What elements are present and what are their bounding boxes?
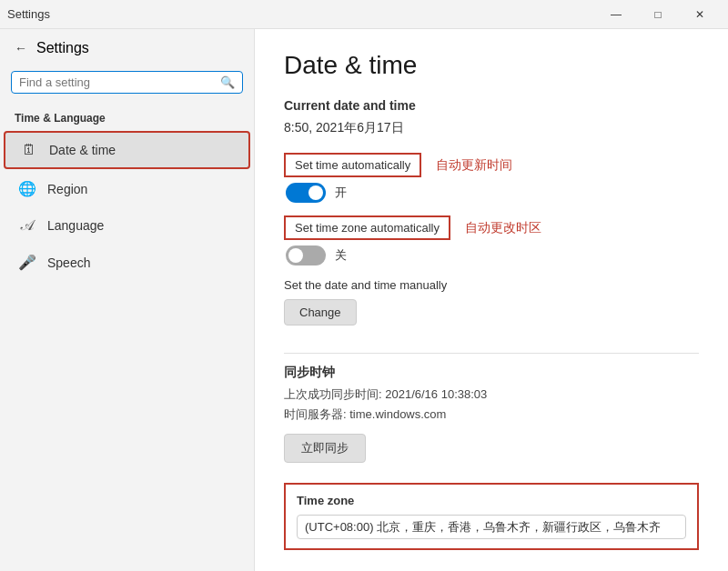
- current-section-label: Current date and time: [284, 98, 699, 113]
- set-timezone-auto-row: Set time zone automatically 自动更改时区 关: [284, 215, 699, 265]
- toggle-time-auto[interactable]: [286, 183, 326, 203]
- sidebar-item-speech[interactable]: 🎤 Speech: [4, 245, 250, 280]
- set-timezone-auto-label: Set time zone automatically: [284, 215, 450, 240]
- page-title: Date & time: [284, 51, 699, 80]
- sidebar-section-title: Time & Language: [0, 105, 254, 130]
- back-arrow-icon: ←: [15, 41, 27, 55]
- sidebar-item-label-language: Language: [47, 218, 104, 233]
- sync-info-1: 上次成功同步时间: 2021/6/16 10:38:03: [284, 386, 699, 403]
- region-icon: 🌐: [18, 180, 36, 197]
- sidebar-nav: 🗓 Date & time 🌐 Region 𝒜 Language 🎤 Spee…: [0, 130, 254, 281]
- manual-section-label: Set the date and time manually: [284, 278, 699, 292]
- timezone-select-row: (UTC+08:00) 北京，重庆，香港，乌鲁木齐，新疆行政区，乌鲁木齐: [297, 515, 686, 539]
- language-icon: 𝒜: [18, 217, 36, 234]
- search-icon: 🔍: [220, 75, 235, 89]
- sidebar-item-label-date-time: Date & time: [49, 143, 116, 157]
- toggle-time-auto-row: 开: [286, 183, 699, 203]
- search-input[interactable]: [19, 75, 215, 89]
- main-content: Date & time Current date and time 8:50, …: [255, 29, 728, 571]
- toggle-timezone-auto-label: 关: [335, 247, 347, 264]
- current-time-display: 8:50, 2021年6月17日: [284, 120, 699, 136]
- toggle-timezone-auto-row: 关: [286, 245, 699, 265]
- search-box[interactable]: 🔍: [11, 71, 243, 94]
- sidebar-item-region[interactable]: 🌐 Region: [4, 171, 250, 206]
- sidebar-item-date-time[interactable]: 🗓 Date & time: [4, 131, 250, 169]
- title-bar: Settings — □ ✕: [0, 0, 728, 29]
- sidebar-item-label-speech: Speech: [47, 255, 90, 270]
- title-bar-controls: — □ ✕: [595, 0, 721, 29]
- divider: [284, 353, 699, 354]
- sync-section-title: 同步时钟: [284, 365, 699, 381]
- toggle-timezone-auto[interactable]: [286, 245, 326, 265]
- timezone-select[interactable]: (UTC+08:00) 北京，重庆，香港，乌鲁木齐，新疆行政区，乌鲁木齐: [297, 515, 686, 539]
- sync-now-button[interactable]: 立即同步: [284, 434, 366, 463]
- back-button[interactable]: ← Settings: [0, 29, 254, 67]
- set-time-auto-label: Set time automatically: [284, 153, 421, 177]
- sidebar-item-language[interactable]: 𝒜 Language: [4, 208, 250, 243]
- close-button[interactable]: ✕: [679, 0, 721, 29]
- toggle-time-auto-label: 开: [335, 185, 347, 201]
- set-time-auto-title-row: Set time automatically 自动更新时间: [284, 153, 699, 177]
- app-container: ← Settings 🔍 Time & Language 🗓 Date & ti…: [0, 29, 728, 571]
- change-button[interactable]: Change: [284, 299, 357, 326]
- set-time-auto-annotation: 自动更新时间: [436, 157, 512, 174]
- date-time-icon: 🗓: [20, 142, 38, 158]
- speech-icon: 🎤: [18, 254, 36, 271]
- sidebar-item-label-region: Region: [47, 182, 87, 196]
- back-label: Settings: [36, 40, 89, 56]
- timezone-section: Time zone (UTC+08:00) 北京，重庆，香港，乌鲁木齐，新疆行政…: [284, 483, 699, 550]
- minimize-button[interactable]: —: [595, 0, 637, 29]
- sidebar: ← Settings 🔍 Time & Language 🗓 Date & ti…: [0, 29, 255, 571]
- set-timezone-auto-annotation: 自动更改时区: [465, 220, 541, 236]
- set-timezone-auto-title-row: Set time zone automatically 自动更改时区: [284, 215, 699, 240]
- maximize-button[interactable]: □: [637, 0, 679, 29]
- set-time-auto-row: Set time automatically 自动更新时间 开: [284, 153, 699, 203]
- sync-info-2: 时间服务器: time.windows.com: [284, 406, 699, 423]
- timezone-title: Time zone: [297, 494, 686, 507]
- title-bar-title: Settings: [7, 7, 50, 21]
- title-bar-left: Settings: [7, 7, 50, 21]
